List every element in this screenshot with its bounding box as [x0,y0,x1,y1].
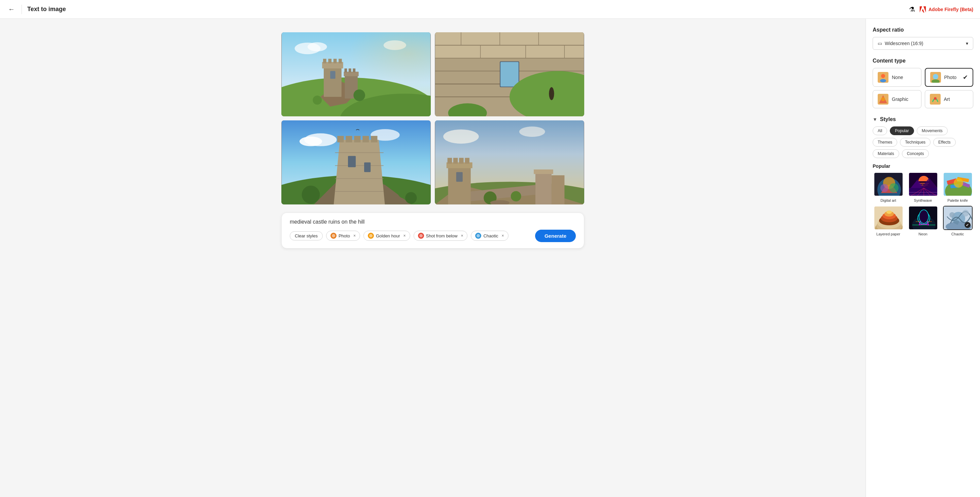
content-type-section: Content type None Phot [873,58,973,108]
filter-all[interactable]: All [873,126,887,135]
shot-tag-remove[interactable]: × [461,233,463,238]
golden-tag-remove[interactable]: × [403,233,406,238]
filter-concepts[interactable]: Concepts [902,149,929,158]
svg-point-41 [549,87,554,100]
content-type-label: Content type [873,58,973,64]
aspect-ratio-section: Aspect ratio ▭ Widescreen (16:9) ▾ [873,27,973,50]
svg-point-128 [954,178,963,187]
svg-point-144 [919,210,929,223]
aspect-ratio-dropdown[interactable]: ▭ Widescreen (16:9) ▾ [873,37,973,50]
svg-point-99 [881,97,885,101]
header-right: ⚗ Adobe Firefly (Beta) [909,5,973,13]
image-cell-4[interactable] [435,121,584,205]
svg-rect-54 [345,136,352,142]
svg-rect-57 [371,136,377,142]
style-thumb-neon [908,206,938,230]
svg-rect-117 [909,181,938,183]
prompt-text: medieval castle ruins on the hill [290,219,576,225]
chaotic-tag-remove[interactable]: × [502,233,504,238]
header: ← Text to image ⚗ Adobe Firefly (Beta) [0,0,980,19]
svg-rect-38 [500,62,519,86]
svg-rect-82 [435,121,584,205]
prompt-bar: medieval castle ruins on the hill Clear … [282,213,584,249]
style-label-digital-art: Digital art [880,198,896,202]
style-chaotic[interactable]: ✔ Chaotic [942,206,973,236]
svg-rect-58 [348,156,356,167]
photo-icon [930,72,941,83]
back-button[interactable]: ← [7,4,16,14]
style-filters: All Popular Movements Themes Techniques … [873,126,973,158]
style-layered-paper[interactable]: Layered paper [873,206,904,236]
style-label-synthwave: Synthwave [914,198,932,202]
style-digital-art[interactable]: Digital art [873,172,904,202]
filter-movements[interactable]: Movements [917,126,948,135]
style-palette-knife[interactable]: Palette knife [942,172,973,202]
styles-label: Styles [880,116,896,122]
svg-point-149 [962,210,969,216]
header-divider [22,5,22,14]
svg-point-84 [332,234,335,237]
art-icon [930,94,940,105]
styles-grid: Digital art [873,172,973,236]
filter-popular[interactable]: Popular [890,126,914,135]
style-thumb-layered-paper [873,206,903,230]
image-cell-2[interactable] [435,32,584,116]
content-type-graphic[interactable]: Graphic [873,90,921,108]
adobe-label: Adobe Firefly (Beta) [929,7,973,12]
style-thumb-palette-knife [943,172,973,196]
svg-rect-108 [909,188,938,196]
style-thumb-digital-art [873,172,903,196]
filter-effects[interactable]: Effects [933,138,955,147]
svg-marker-48 [334,140,385,204]
photo-check-icon: ✔ [963,74,968,81]
image-cell-3[interactable] [282,121,431,205]
main-layout: medieval castle ruins on the hill Clear … [0,19,980,497]
shot-tag-icon [418,233,424,239]
svg-point-105 [880,184,888,192]
svg-rect-59 [364,162,371,172]
style-neon[interactable]: Neon [907,206,939,236]
image-cell-1[interactable] [282,32,431,116]
adobe-icon [919,6,926,13]
filter-themes[interactable]: Themes [873,138,897,147]
svg-point-60 [302,186,320,204]
chaotic-tag-icon [475,233,481,239]
svg-point-95 [933,74,938,79]
content-type-none[interactable]: None [873,68,921,87]
svg-rect-56 [363,136,369,142]
page-title: Text to image [27,6,66,13]
photo-tag-icon [331,233,337,239]
photo-tag[interactable]: Photo × [326,231,360,241]
golden-hour-tag[interactable]: Golden hour × [363,231,410,241]
svg-point-86 [369,234,372,237]
content-type-art[interactable]: Art [925,90,974,108]
prompt-tags: Clear styles Photo × Golden hour [290,230,576,242]
svg-point-137 [886,211,892,214]
clear-styles-tag[interactable]: Clear styles [290,231,323,240]
svg-point-90 [477,234,480,237]
style-synthwave[interactable]: Synthwave [907,172,939,202]
svg-rect-55 [354,136,360,142]
photo-tag-remove[interactable]: × [353,233,356,238]
chaotic-tag[interactable]: Chaotic × [471,231,508,241]
svg-point-148 [950,212,955,218]
golden-tag-icon [368,233,374,239]
style-label-palette-knife: Palette knife [947,198,968,202]
image-grid [282,32,584,205]
aspect-value: Widescreen (16:9) [885,41,966,46]
filter-techniques[interactable]: Techniques [900,138,931,147]
shot-from-below-tag[interactable]: Shot from below × [414,231,468,241]
graphic-icon [878,94,888,105]
filter-materials[interactable]: Materials [873,149,899,158]
style-label-neon: Neon [918,232,927,236]
aspect-ratio-label: Aspect ratio [873,27,973,33]
chevron-down-icon: ▾ [966,41,968,46]
collapse-icon[interactable]: ▼ [873,117,877,122]
svg-rect-53 [337,136,344,142]
generate-button[interactable]: Generate [535,230,576,242]
right-panel: Aspect ratio ▭ Widescreen (16:9) ▾ Conte… [865,19,980,497]
none-icon [878,72,888,83]
svg-point-62 [405,192,417,204]
styles-section: ▼ Styles All Popular Movements Themes Te… [873,116,973,236]
content-type-photo[interactable]: Photo ✔ [925,68,974,87]
